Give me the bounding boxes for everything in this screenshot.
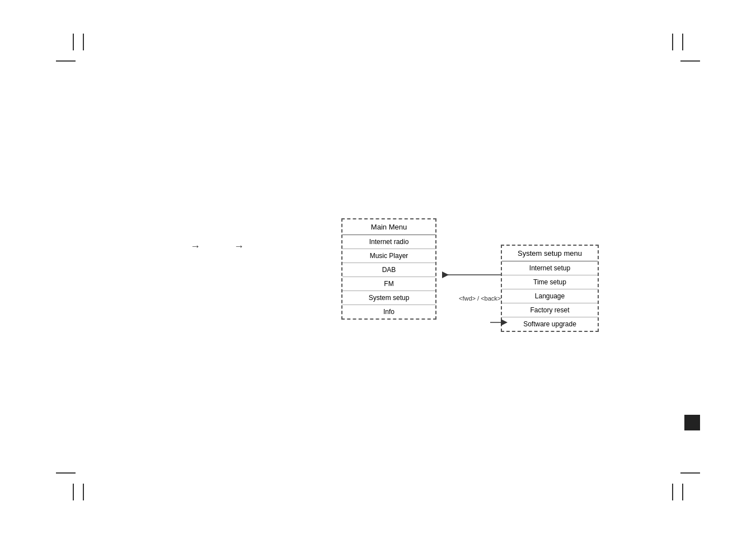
menu-item-dab[interactable]: DAB	[342, 263, 435, 277]
menu-item-internet-radio[interactable]: Internet radio	[342, 235, 435, 249]
menu-item-fm[interactable]: FM	[342, 277, 435, 291]
arrow-1: →	[190, 241, 200, 252]
menu-item-music-player[interactable]: Music Player	[342, 249, 435, 263]
corner-mark-tl-extra	[73, 34, 74, 50]
fwd-back-label: <fwd> / <back>	[459, 295, 501, 302]
system-menu-software-upgrade[interactable]: Software upgrade	[502, 317, 598, 331]
system-menu-box: System setup menu Internet setup Time se…	[501, 245, 599, 332]
system-menu-internet-setup[interactable]: Internet setup	[502, 261, 598, 275]
system-menu-factory-reset[interactable]: Factory reset	[502, 303, 598, 317]
corner-mark-bl	[56, 472, 84, 500]
corner-mark-tr	[672, 34, 700, 62]
page-indicator	[684, 415, 700, 430]
system-menu-language[interactable]: Language	[502, 289, 598, 303]
arrow-2: →	[234, 241, 244, 252]
system-menu-title: System setup menu	[502, 246, 598, 261]
corner-mark-br-extra	[682, 484, 683, 500]
corner-mark-bl-extra	[73, 484, 74, 500]
corner-mark-tr-extra	[682, 34, 683, 50]
corner-mark-br	[672, 472, 700, 500]
menu-item-info[interactable]: Info	[342, 305, 435, 318]
main-menu-box: Main Menu Internet radio Music Player DA…	[341, 218, 436, 320]
corner-mark-tl	[56, 34, 84, 62]
main-menu-title: Main Menu	[342, 219, 435, 235]
system-menu-time-setup[interactable]: Time setup	[502, 275, 598, 289]
navigation-arrows: → →	[190, 241, 244, 252]
menu-item-system-setup[interactable]: System setup	[342, 291, 435, 305]
